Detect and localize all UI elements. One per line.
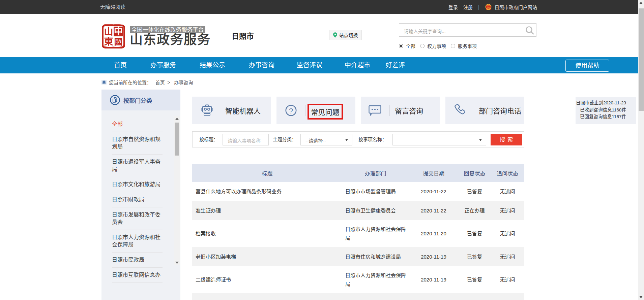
- svg-text:山: 山: [104, 27, 113, 37]
- svg-text:國: 國: [114, 37, 122, 46]
- svg-text:東: 東: [104, 37, 113, 47]
- svg-text:中: 中: [114, 27, 123, 36]
- svg-text:?: ?: [289, 107, 293, 115]
